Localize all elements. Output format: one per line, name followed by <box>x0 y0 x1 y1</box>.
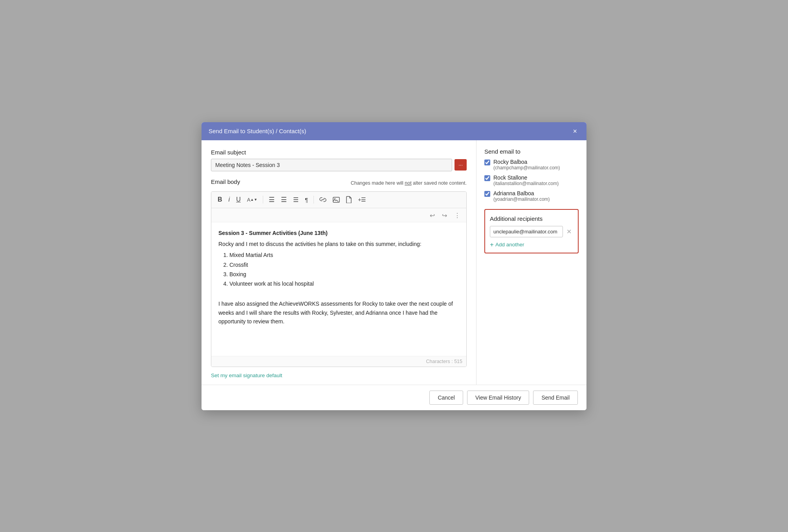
email-body-header: Email body Changes made here will not al… <box>211 178 467 188</box>
recipient-email-2: (italianstallion@mailinator.com) <box>493 181 559 186</box>
modal-header: Send Email to Student(s) / Contact(s) × <box>202 122 586 140</box>
send-email-to-label: Send email to <box>484 148 579 155</box>
send-email-button[interactable]: Send Email <box>533 391 578 405</box>
doc-button[interactable] <box>344 194 354 205</box>
add-another-button[interactable]: + Add another <box>490 241 524 248</box>
subject-icon-button[interactable]: ··· <box>454 159 467 171</box>
email-body-label: Email body <box>211 178 240 185</box>
send-email-modal: Send Email to Student(s) / Contact(s) × … <box>202 122 586 410</box>
recipient-info-3: Adrianna Balboa (yoadrian@mailinator.com… <box>493 190 550 202</box>
bold-button[interactable]: B <box>215 194 225 205</box>
modal-body: Email subject ··· Email body Changes mad… <box>202 140 586 385</box>
toolbar-separator-2 <box>313 196 314 204</box>
view-email-history-button[interactable]: View Email History <box>467 391 529 405</box>
content-title: Session 3 - Summer Activities (June 13th… <box>218 229 459 237</box>
content-list: Mixed Martial Arts Crossfit Boxing Volun… <box>218 251 459 288</box>
right-panel: Send email to Rocky Balboa (champchamp@m… <box>476 140 586 385</box>
additional-recipients-label: Additional recipients <box>490 215 573 222</box>
undo-button[interactable]: ↩ <box>428 211 437 220</box>
email-subject-input[interactable] <box>211 159 452 171</box>
recipient-info-2: Rock Stallone (italianstallion@mailinato… <box>493 174 559 186</box>
modal-title: Send Email to Student(s) / Contact(s) <box>209 128 306 134</box>
recipient-email-1: (champchamp@mailinator.com) <box>493 165 560 171</box>
editor-content[interactable]: Session 3 - Summer Activities (June 13th… <box>211 222 466 356</box>
recipient-row-3: Adrianna Balboa (yoadrian@mailinator.com… <box>484 190 579 202</box>
add-another-icon: + <box>490 241 494 248</box>
italic-button[interactable]: i <box>226 194 233 205</box>
recipient-checkbox-1[interactable] <box>484 160 490 165</box>
characters-count: Characters : 515 <box>426 359 462 364</box>
modal-overlay: Send Email to Student(s) / Contact(s) × … <box>0 0 788 532</box>
list-item: Crossfit <box>229 260 459 269</box>
more-button[interactable]: +☰ <box>356 195 368 204</box>
recipient-name-1: Rocky Balboa <box>493 159 560 165</box>
editor-toolbar: B i U A▲▼ ☰ ☰ ☰ ¶ <box>211 192 466 208</box>
align-left-button[interactable]: ☰ <box>266 194 277 205</box>
add-another-label: Add another <box>495 242 524 248</box>
signature-link[interactable]: Set my email signature default <box>211 372 282 378</box>
image-button[interactable] <box>330 195 342 204</box>
recipient-email-3: (yoadrian@mailinator.com) <box>493 196 550 202</box>
list-item: Boxing <box>229 270 459 279</box>
recipient-info-1: Rocky Balboa (champchamp@mailinator.com) <box>493 159 560 171</box>
recipient-name-3: Adrianna Balboa <box>493 190 550 196</box>
recipient-name-2: Rock Stallone <box>493 174 559 181</box>
recipient-checkbox-2[interactable] <box>484 175 490 181</box>
underline-button[interactable]: U <box>234 194 243 205</box>
font-size-button[interactable]: A▲▼ <box>245 195 260 204</box>
recipient-row-1: Rocky Balboa (champchamp@mailinator.com) <box>484 159 579 171</box>
close-button[interactable]: × <box>570 127 579 136</box>
recipient-input-row: ✕ <box>490 226 573 237</box>
svg-point-1 <box>334 198 335 199</box>
redo-button[interactable]: ↪ <box>440 211 449 220</box>
list-item: Mixed Martial Arts <box>229 251 459 259</box>
email-subject-label: Email subject <box>211 149 467 156</box>
content-closing: I have also assigned the AchieveWORKS as… <box>218 299 459 326</box>
left-panel: Email subject ··· Email body Changes mad… <box>202 140 476 385</box>
additional-recipient-input[interactable] <box>490 226 563 237</box>
email-subject-row: ··· <box>211 159 467 171</box>
more-options-button[interactable]: ⋮ <box>452 211 462 220</box>
recipient-checkbox-3[interactable] <box>484 191 490 197</box>
link-button[interactable] <box>317 195 329 204</box>
toolbar-separator-1 <box>263 196 263 204</box>
modal-footer: Cancel View Email History Send Email <box>202 385 586 410</box>
remove-recipient-button[interactable]: ✕ <box>564 227 574 236</box>
paragraph-button[interactable]: ¶ <box>302 195 310 205</box>
email-body-note: Changes made here will not alter saved n… <box>351 180 467 186</box>
list-item: Volunteer work at his local hospital <box>229 279 459 288</box>
list-button[interactable]: ☰ <box>291 194 301 205</box>
editor-wrapper: B i U A▲▼ ☰ ☰ ☰ ¶ <box>211 191 467 367</box>
additional-recipients-box: Additional recipients ✕ + Add another <box>484 209 579 253</box>
content-intro: Rocky and I met to discuss the activitie… <box>218 240 459 248</box>
editor-action-row: ↩ ↪ ⋮ <box>211 208 466 222</box>
recipient-row-2: Rock Stallone (italianstallion@mailinato… <box>484 174 579 186</box>
editor-footer: Characters : 515 <box>211 356 466 367</box>
align-right-button[interactable]: ☰ <box>279 194 289 205</box>
cancel-button[interactable]: Cancel <box>429 391 463 405</box>
